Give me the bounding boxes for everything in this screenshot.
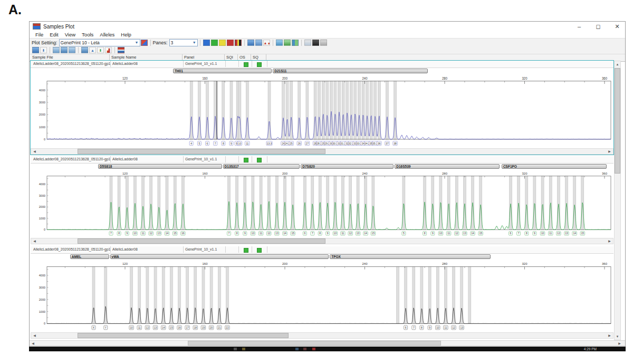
scroll-right-icon[interactable]: ▶	[606, 238, 613, 244]
menu-item-edit[interactable]: Edit	[46, 32, 61, 37]
column-header-panel[interactable]: Panel	[183, 54, 225, 61]
dye-red-icon[interactable]	[227, 40, 234, 46]
pane-hscroll-thumb[interactable]	[78, 149, 325, 154]
pane-horizontal-scrollbar[interactable]: ◀ ▶	[31, 148, 613, 155]
dye-all-icon[interactable]	[235, 40, 242, 46]
scale-plot-icon[interactable]	[81, 47, 88, 53]
marker-bar-row: AMELvWATPOX	[31, 254, 613, 260]
arrow-down-icon[interactable]: ⬇	[40, 47, 47, 53]
svg-text:240: 240	[362, 76, 368, 80]
menu-item-help[interactable]: Help	[118, 32, 135, 37]
taskbar-icon[interactable]	[303, 348, 306, 350]
title-bar[interactable]: Samples Plot – ◻ ✕	[30, 22, 625, 31]
marker-bar-vwa[interactable]: vWA	[110, 254, 329, 259]
pane-sample-row[interactable]: AllelicLadder08_20200511213628_051120-gp…	[31, 246, 613, 254]
sample-file-cell: AllelicLadder08_20200511213628_051120-gp…	[32, 246, 111, 253]
menu-item-view[interactable]: View	[62, 32, 79, 37]
scroll-down-icon[interactable]: ▼	[615, 333, 620, 340]
pane-sample-row[interactable]: AllelicLadder08_20200511213628_051120-gp…	[31, 61, 613, 68]
taskbar-icon[interactable]	[295, 348, 299, 350]
marker-bar-d21s11[interactable]: D21S11	[273, 69, 428, 73]
windows-taskbar[interactable]: 4:29 PM	[29, 347, 626, 351]
zoom-x-icon[interactable]	[53, 47, 60, 53]
pane-hscroll-thumb[interactable]	[78, 238, 325, 244]
menu-item-file[interactable]: File	[32, 32, 46, 37]
print-icon[interactable]	[320, 40, 327, 46]
electropherogram-plot[interactable]: 12016020024028032036001000200030004000XY…	[31, 260, 613, 332]
vertical-scrollbar[interactable]: ▲ ▼	[614, 61, 621, 340]
dye-yellow-icon[interactable]	[219, 40, 226, 46]
scroll-right-icon[interactable]: ▶	[606, 333, 613, 338]
menu-item-alleles[interactable]: Alleles	[97, 32, 118, 37]
svg-text:1000: 1000	[39, 217, 45, 220]
svg-text:25: 25	[290, 142, 293, 145]
peak-down-icon[interactable]: ⬇	[97, 47, 104, 53]
gel-image-icon[interactable]	[312, 40, 319, 46]
marker-bar-d7s820[interactable]: D7S820	[301, 164, 394, 169]
table-view-icon[interactable]	[247, 40, 254, 46]
plot-table-icon[interactable]	[255, 40, 262, 46]
zoom-full-icon[interactable]	[61, 47, 68, 53]
allele-labels-group[interactable]: 4567899.3101113.32424.22526272828.22929.…	[189, 141, 397, 146]
taskbar-icon[interactable]	[234, 348, 237, 350]
scroll-left-icon[interactable]: ◀	[31, 333, 38, 338]
pane-overlay-icon[interactable]	[284, 40, 291, 46]
scroll-left-icon[interactable]: ◀	[31, 238, 38, 244]
maximize-button[interactable]: ◻	[594, 23, 602, 30]
marker-bar-amel[interactable]: AMEL	[70, 254, 109, 259]
electropherogram-plot[interactable]: 1201602002402803203600100020003000400045…	[31, 74, 613, 148]
scroll-left-icon[interactable]: ◀	[31, 149, 38, 154]
zoom-y-icon[interactable]	[69, 47, 75, 53]
allele-labels-group[interactable]: XY10111213141516171819202122678910111213	[92, 325, 464, 330]
pane-split-icon[interactable]	[292, 40, 299, 46]
plot-settings-editor-icon[interactable]	[141, 40, 148, 46]
svg-text:200: 200	[282, 262, 288, 265]
size-standard-icon[interactable]	[32, 47, 39, 53]
sample-pane-3[interactable]: AllelicLadder08_20200511213628_051120-gp…	[31, 246, 613, 339]
svg-text:320: 320	[522, 76, 528, 80]
sample-pane-1[interactable]: AllelicLadder08_20200511213628_051120-gp…	[31, 61, 613, 155]
pane-sample-row[interactable]: AllelicLadder08_20200511213628_051120-gp…	[31, 156, 613, 164]
taskbar-icon[interactable]	[242, 348, 245, 350]
marker-bar-tpox[interactable]: TPOX	[330, 254, 491, 259]
column-header-sqi[interactable]: SQI	[225, 54, 238, 61]
menu-item-tools[interactable]: Tools	[79, 32, 97, 37]
plot-setting-combobox[interactable]: GenePrint 10 - Leta ▼	[59, 39, 140, 46]
baseline-icon[interactable]: ▟	[105, 47, 112, 53]
peak-up-icon[interactable]: ▲	[89, 47, 96, 53]
marker-bar-d16s539[interactable]: D16S539	[395, 164, 500, 169]
window-hscroll-thumb[interactable]	[188, 341, 441, 346]
marker-bar-csf1po[interactable]: CSF1PO	[502, 164, 607, 169]
dye-blue-icon[interactable]	[203, 40, 210, 46]
scroll-up-icon[interactable]: ▲	[615, 61, 620, 68]
figure-panel-label: A.	[8, 2, 22, 17]
panes-combobox[interactable]: 3 ▼	[169, 39, 198, 46]
marker-bar-d13s317[interactable]: D13S317	[223, 164, 300, 169]
minimize-button[interactable]: –	[576, 23, 583, 30]
electropherogram-plot[interactable]: 1201602002402803203600100020003000400078…	[31, 170, 613, 238]
svg-text:8: 8	[424, 232, 426, 235]
column-header-sample-file[interactable]: Sample File	[31, 54, 110, 61]
ladder-icon[interactable]	[118, 47, 124, 53]
pane-horizontal-scrollbar[interactable]: ◀ ▶	[31, 238, 613, 244]
close-button[interactable]: ✕	[613, 23, 621, 30]
pane-horizontal-scrollbar[interactable]: ◀ ▶	[31, 332, 613, 339]
column-header-sq[interactable]: SQ	[251, 54, 266, 61]
column-header-sample-name[interactable]: Sample Name	[110, 54, 183, 61]
report-icon[interactable]	[304, 40, 311, 46]
vertical-scrollbar-thumb[interactable]	[615, 68, 620, 174]
marker-bar-th01[interactable]: TH01	[173, 69, 272, 73]
allele-labels-group[interactable]: 7891011121314151678910111213141567891011…	[109, 232, 585, 235]
column-header-os[interactable]: OS	[238, 54, 251, 61]
marker-bar-d5s818[interactable]: D5S818	[98, 164, 222, 169]
sample-pane-2[interactable]: AllelicLadder08_20200511213628_051120-gp…	[31, 156, 613, 244]
pane-layout-icon[interactable]	[276, 40, 283, 46]
electropherogram-trace[interactable]	[47, 111, 611, 139]
scroll-right-icon[interactable]: ▶	[606, 149, 613, 154]
show-peaks-icon[interactable]: ▲▲	[263, 40, 270, 46]
pane-hscroll-thumb[interactable]	[78, 333, 289, 338]
menu-bar: FileEditViewToolsAllelesHelp	[30, 31, 625, 38]
dye-green-icon[interactable]	[211, 40, 218, 46]
taskbar-icon[interactable]	[312, 348, 315, 350]
marker-bar-row: TH01D21S11	[31, 68, 613, 74]
